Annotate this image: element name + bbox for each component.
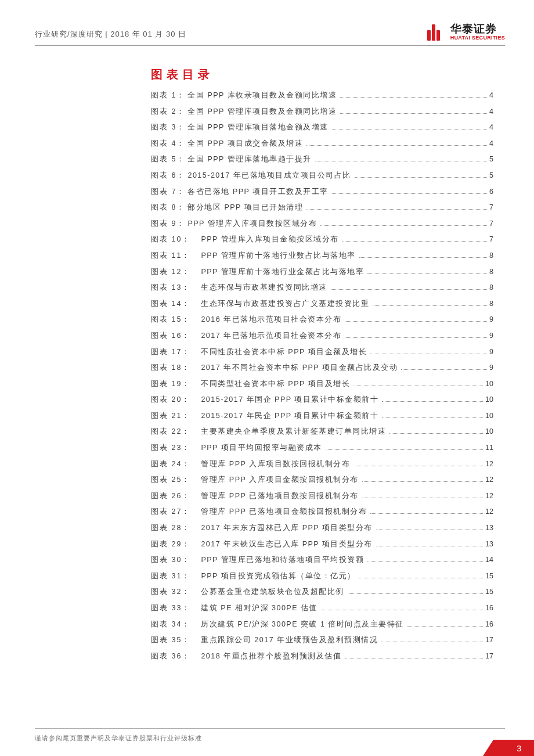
toc-entry-text: 管理库 PPP 入库项目金额按回报机制分布 (201, 476, 358, 484)
toc-entry-page: 11 (485, 444, 493, 452)
toc-entry-label: 图表 35： (151, 636, 190, 644)
toc-entry-page: 9 (489, 348, 493, 356)
toc-leader-dots (321, 610, 483, 610)
toc-leader-dots (370, 513, 483, 514)
toc-entry-page: 12 (485, 460, 493, 468)
toc-leader-dots (348, 593, 483, 594)
toc-entry[interactable]: 图表 2：全国 PPP 管理库项目数及金额同比增速4 (151, 108, 493, 116)
toc-entry[interactable]: 图表 7：各省已落地 PPP 项目开工数及开工率6 (151, 188, 493, 196)
toc-entry[interactable]: 图表 35：重点跟踪公司 2017 年业绩预告及盈利预测情况17 (151, 636, 493, 644)
toc-entry[interactable]: 图表 8：部分地区 PPP 项目已开始清理7 (151, 204, 493, 211)
toc-entry-label: 图表 22： (151, 428, 190, 435)
toc-entry[interactable]: 图表 11：PPP 管理库前十落地行业数占比与落地率8 (151, 252, 493, 260)
toc-entry[interactable]: 图表 9：PPP 管理库入库项目数按区域分布7 (151, 220, 493, 228)
toc-entry-page: 5 (489, 172, 493, 179)
toc-entry-label: 图表 24： (151, 460, 190, 468)
toc-entry-text: 主要基建央企单季度及累计新签基建订单同比增速 (201, 428, 386, 435)
toc-entry[interactable]: 图表 18：2017 年不同社会资本中标 PPP 项目金额占比及变动9 (151, 364, 493, 372)
toc-entry[interactable]: 图表 30：PPP 管理库已落地和待落地项目平均投资额14 (151, 556, 493, 564)
toc-entry-label: 图表 27： (151, 508, 190, 516)
toc-entry-label: 图表 32： (151, 588, 190, 596)
toc-entry-text: 不同性质社会资本中标 PPP 项目金额及增长 (201, 348, 367, 356)
toc-entry-page: 16 (485, 621, 493, 628)
toc-entry[interactable]: 图表 25：管理库 PPP 入库项目金额按回报机制分布12 (151, 476, 493, 484)
toc-entry-page: 6 (489, 188, 493, 196)
toc-leader-dots (332, 193, 487, 194)
toc-entry-label: 图表 13： (151, 284, 190, 291)
toc-entry[interactable]: 图表 36：2018 年重点推荐个股盈利预测及估值17 (151, 653, 493, 660)
toc-entry[interactable]: 图表 32：公募基金重仓建筑板块仓位及超配比例15 (151, 588, 493, 596)
toc-leader-dots (345, 321, 487, 322)
document-page: 行业研究/深度研究 | 2018 年 01 月 30 日 华泰证券 HUATAI… (0, 0, 534, 756)
toc-entry-label: 图表 30： (151, 556, 190, 564)
toc-entry[interactable]: 图表 21：2015-2017 年民企 PPP 项目累计中标金额前十10 (151, 412, 493, 420)
toc-leader-dots (340, 113, 487, 114)
toc-leader-dots (389, 433, 483, 434)
toc-entry-label: 图表 28： (151, 524, 190, 532)
toc-entry-page: 13 (485, 524, 493, 532)
toc-leader-dots (359, 257, 487, 258)
toc-leader-dots (315, 161, 487, 161)
toc-entry[interactable]: 图表 12：PPP 管理库前十落地行业金额占比与落地率8 (151, 268, 493, 276)
toc-entry[interactable]: 图表 31：PPP 项目投资完成额估算（单位：亿元）15 (151, 573, 493, 580)
toc-leader-dots (326, 449, 483, 450)
toc-leader-dots (381, 642, 483, 642)
toc-entry-label: 图表 23： (151, 444, 190, 452)
toc-entry-label: 图表 11： (151, 252, 190, 260)
toc-leader-dots (382, 417, 483, 418)
toc-entry-page: 17 (485, 636, 493, 644)
toc-entry[interactable]: 图表 26：管理库 PPP 已落地项目数按回报机制分布12 (151, 492, 493, 500)
toc-entry[interactable]: 图表 23：PPP 项目平均回报率与融资成本11 (151, 444, 493, 452)
toc-entry[interactable]: 图表 4：全国 PPP 项目成交金额及增速4 (151, 140, 493, 147)
toc-title: 图表目录 (151, 67, 493, 82)
toc-entry[interactable]: 图表 13：生态环保与市政基建投资同比增速8 (151, 284, 493, 291)
toc-leader-dots (306, 209, 487, 210)
toc-entry[interactable]: 图表 28：2017 年末东方园林已入库 PPP 项目类型分布13 (151, 524, 493, 532)
toc-entry-label: 图表 16： (151, 332, 190, 340)
toc-leader-dots (376, 546, 483, 546)
toc-entry-label: 图表 29： (151, 541, 190, 548)
toc-entry[interactable]: 图表 33：建筑 PE 相对沪深 300PE 估值16 (151, 604, 493, 612)
logo-cn: 华泰证券 (450, 23, 505, 34)
toc-entry-text: 管理库 PPP 已落地项目数按回报机制分布 (201, 492, 358, 500)
toc-entry-label: 图表 17： (151, 348, 190, 356)
toc-entry[interactable]: 图表 24：管理库 PPP 入库项目数按回报机制分布12 (151, 460, 493, 468)
toc-entry[interactable]: 图表 5：全国 PPP 管理库落地率趋于提升5 (151, 156, 493, 163)
toc-entry-page: 16 (485, 604, 493, 612)
toc-entry[interactable]: 图表 6：2015-2017 年已落地项目成立项目公司占比5 (151, 172, 493, 179)
toc-entry-page: 4 (489, 140, 493, 147)
toc-leader-dots (373, 305, 487, 306)
toc-entry-text: 2017 年不同社会资本中标 PPP 项目金额占比及变动 (201, 364, 398, 372)
toc-entry[interactable]: 图表 34：历次建筑 PE/沪深 300PE 突破 1 倍时间点及主要特征16 (151, 621, 493, 628)
toc-entry-label: 图表 31： (151, 573, 190, 580)
toc-entry[interactable]: 图表 16：2017 年已落地示范项目社会资本分布9 (151, 332, 493, 340)
toc-leader-dots (340, 97, 487, 98)
toc-entry[interactable]: 图表 20：2015-2017 年国企 PPP 项目累计中标金额前十10 (151, 396, 493, 404)
toc-entry-page: 4 (489, 124, 493, 131)
toc-entry[interactable]: 图表 15：2016 年已落地示范项目社会资本分布9 (151, 316, 493, 323)
toc-entry[interactable]: 图表 1：全国 PPP 库收录项目数及金额同比增速4 (151, 92, 493, 99)
toc-entry[interactable]: 图表 22：主要基建央企单季度及累计新签基建订单同比增速10 (151, 428, 493, 435)
toc-entry[interactable]: 图表 3：全国 PPP 管理库项目落地金额及增速4 (151, 124, 493, 131)
toc-entry-text: 2017 年已落地示范项目社会资本分布 (201, 332, 341, 340)
toc-entry[interactable]: 图表 17：不同性质社会资本中标 PPP 项目金额及增长9 (151, 348, 493, 356)
toc-entry-text: 管理库 PPP 入库项目数按回报机制分布 (201, 460, 350, 468)
toc-leader-dots (359, 578, 483, 578)
toc-entry[interactable]: 图表 27：管理库 PPP 已落地项目金额按回报机制分布12 (151, 508, 493, 516)
toc-leader-dots (306, 145, 487, 146)
toc-entry-text: 2018 年重点推荐个股盈利预测及估值 (201, 653, 341, 660)
toc-entry-text: 不同类型社会资本中标 PPP 项目及增长 (201, 380, 350, 388)
toc-entry[interactable]: 图表 14：生态环保与市政基建投资占广义基建投资比重8 (151, 300, 493, 308)
logo-en: HUATAI SECURITIES (450, 35, 505, 41)
toc-entry-text: 生态环保与市政基建投资占广义基建投资比重 (201, 300, 369, 308)
toc-entry[interactable]: 图表 19：不同类型社会资本中标 PPP 项目及增长10 (151, 380, 493, 388)
toc-entry-text: 全国 PPP 库收录项目数及金额同比增速 (187, 92, 337, 99)
breadcrumb: 行业研究/深度研究 | 2018 年 01 月 30 日 (35, 29, 186, 39)
toc-entry-label: 图表 10： (151, 236, 190, 243)
toc-entry-label: 图表 19： (151, 380, 190, 388)
toc-entry[interactable]: 图表 10：PPP 管理库入库项目金额按区域分布7 (151, 236, 493, 243)
toc-entry-label: 图表 36： (151, 653, 190, 660)
toc-entry[interactable]: 图表 29：2017 年末铁汉生态已入库 PPP 项目类型分布13 (151, 541, 493, 548)
toc-entry-text: PPP 管理库前十落地行业金额占比与落地率 (201, 268, 364, 276)
toc-leader-dots (407, 626, 483, 627)
